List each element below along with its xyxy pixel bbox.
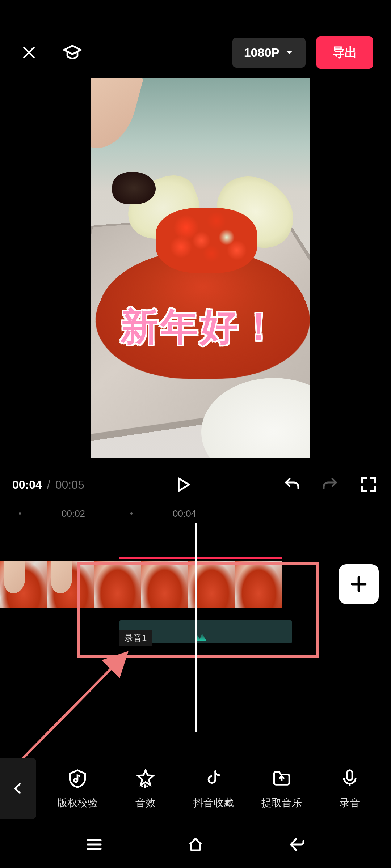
system-menu-button[interactable] (80, 834, 109, 855)
play-button[interactable] (172, 474, 194, 495)
fullscreen-icon (360, 476, 377, 493)
header-bar: 1080P 导出 (0, 33, 391, 72)
fullscreen-button[interactable] (358, 475, 379, 495)
add-clip-button[interactable] (339, 564, 379, 604)
bottom-toolbar: 版权校验 音效 抖音收藏 提取音乐 录音 (0, 758, 391, 819)
export-button[interactable]: 导出 (316, 36, 373, 69)
resolution-selector[interactable]: 1080P (232, 38, 306, 68)
plus-icon (349, 574, 369, 594)
current-time: 00:04 (12, 478, 42, 492)
back-icon (286, 836, 308, 853)
clip-thumbnail[interactable] (0, 561, 47, 608)
shield-music-icon (67, 769, 88, 789)
menu-icon (83, 836, 105, 853)
system-navigation-bar (0, 821, 391, 868)
clip-thumbnail[interactable] (47, 561, 94, 608)
chevron-left-icon (11, 782, 25, 795)
clip-thumbnail[interactable] (235, 561, 282, 608)
playhead[interactable] (195, 523, 197, 732)
redo-button[interactable] (320, 475, 340, 495)
svg-line-0 (14, 653, 127, 767)
ruler-mark: 00:04 (173, 508, 196, 519)
tool-extract-music[interactable]: 提取音乐 (256, 767, 307, 810)
svg-rect-2 (347, 770, 352, 780)
tool-copyright-check[interactable]: 版权校验 (52, 767, 103, 810)
audio-waveform (196, 632, 206, 641)
microphone-icon (340, 769, 360, 789)
tool-label: 提取音乐 (261, 796, 302, 810)
player-controls: 00:04 / 00:05 (0, 470, 391, 499)
close-icon (21, 44, 37, 61)
tool-label: 录音 (340, 796, 360, 810)
tool-label: 抖音收藏 (193, 796, 234, 810)
tutorial-button[interactable] (62, 42, 83, 63)
tool-label: 版权校验 (57, 796, 98, 810)
clip-thumbnail[interactable] (141, 561, 188, 608)
timeline[interactable]: 00:02 00:04 录音1 (0, 505, 391, 758)
tutorial-arrow (11, 647, 134, 770)
time-separator: / (47, 478, 50, 492)
system-home-button[interactable] (181, 834, 210, 855)
resolution-label: 1080P (244, 46, 279, 60)
tool-record-audio[interactable]: 录音 (324, 767, 375, 810)
toolbar-back-button[interactable] (0, 758, 36, 819)
audio-clip-label: 录音1 (119, 630, 152, 646)
clip-selection-indicator (119, 557, 282, 559)
video-frame: 新年好！ (91, 78, 310, 458)
video-preview[interactable]: 新年好！ (91, 78, 310, 458)
tool-label: 音效 (135, 796, 156, 810)
video-track[interactable] (0, 561, 282, 608)
clip-thumbnail[interactable] (94, 561, 141, 608)
star-sound-icon (135, 769, 156, 789)
total-time: 00:05 (55, 478, 84, 492)
ruler-mark: 00:02 (62, 508, 85, 519)
folder-extract-icon (272, 769, 292, 789)
export-label: 导出 (332, 45, 357, 59)
close-button[interactable] (18, 42, 40, 63)
timeline-ruler: 00:02 00:04 (0, 505, 391, 523)
system-back-button[interactable] (282, 834, 311, 855)
chevron-down-icon (285, 48, 294, 57)
undo-button[interactable] (282, 475, 302, 495)
home-icon (184, 836, 207, 853)
tool-sound-effect[interactable]: 音效 (120, 767, 171, 810)
redo-icon (321, 476, 339, 493)
douyin-icon (203, 769, 224, 789)
text-overlay: 新年好！ (91, 302, 310, 353)
play-icon (175, 476, 191, 493)
undo-icon (283, 476, 300, 493)
graduation-cap-icon (62, 42, 83, 63)
tool-douyin-favorites[interactable]: 抖音收藏 (188, 767, 239, 810)
